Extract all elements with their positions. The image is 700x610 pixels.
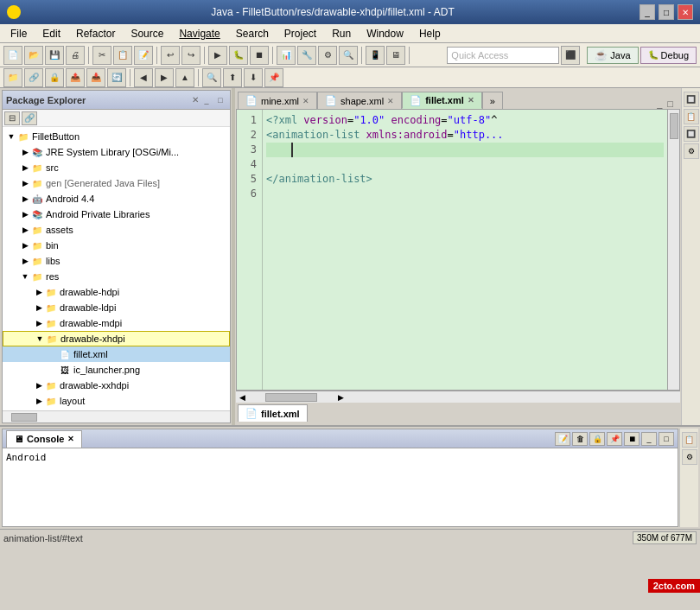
tab-mine-xml[interactable]: 📄 mine.xml ✕ <box>238 92 317 109</box>
toggle-jre[interactable]: ▶ <box>20 147 30 157</box>
tb2-b4[interactable]: 📤 <box>66 68 85 87</box>
editor-hscrollbar[interactable]: ◀ ▶ <box>236 391 680 403</box>
tb-print[interactable]: 🖨 <box>66 46 85 65</box>
rs-bottom-btn-2[interactable]: ⚙ <box>682 449 697 465</box>
pe-collapse-btn[interactable]: ⊟ <box>4 111 20 125</box>
tb-b3[interactable]: ⚙ <box>318 46 337 65</box>
tree-item-assets[interactable]: ▶ 📁 assets <box>3 222 230 238</box>
close-button[interactable]: ✕ <box>678 4 693 20</box>
console-stop-btn[interactable]: ⏹ <box>624 432 640 446</box>
tb2-b2[interactable]: 🔗 <box>24 68 43 87</box>
console-pin-btn[interactable]: 📌 <box>607 432 622 446</box>
rs-btn-2[interactable]: 📋 <box>684 109 699 124</box>
tree-item-libs[interactable]: ▶ 📁 libs <box>3 253 230 269</box>
tb2-b8[interactable]: ⬆ <box>223 68 242 87</box>
tb2-back[interactable]: ◀ <box>134 68 153 87</box>
tb-stop[interactable]: ⏹ <box>250 46 269 65</box>
tree-item-drawable-xhdpi[interactable]: ▼ 📁 drawable-xhdpi <box>3 331 230 346</box>
menu-project[interactable]: Project <box>277 24 323 42</box>
toggle-libs[interactable]: ▶ <box>20 256 30 266</box>
editor-hscroll-thumb[interactable] <box>265 393 317 402</box>
tb-cut[interactable]: ✂ <box>92 46 111 65</box>
pe-hscrollbar[interactable] <box>3 410 230 423</box>
toggle-assets[interactable]: ▶ <box>20 225 30 235</box>
console-maximize[interactable]: □ <box>659 432 674 446</box>
console-minimize[interactable]: _ <box>641 432 657 446</box>
tree-item-filletbutton[interactable]: ▼ 📁 FilletButton <box>3 129 230 144</box>
tb-run[interactable]: ▶ <box>208 46 227 65</box>
toggle-gen[interactable]: ▶ <box>20 178 30 188</box>
menu-source[interactable]: Source <box>124 24 170 42</box>
tree-item-drawable-xxhdpi[interactable]: ▶ 📁 drawable-xxhdpi <box>3 378 230 393</box>
maximize-button[interactable]: □ <box>659 4 674 20</box>
menu-search[interactable]: Search <box>229 24 276 42</box>
toggle-drawable-hdpi[interactable]: ▶ <box>34 287 44 297</box>
splitter-vertical[interactable] <box>232 88 235 425</box>
rs-btn-3[interactable]: 🔲 <box>684 126 699 142</box>
tree-item-gen[interactable]: ▶ 📁 gen [Generated Java Files] <box>3 175 230 191</box>
rs-bottom-btn-1[interactable]: 📋 <box>682 432 697 448</box>
debug-perspective-button[interactable]: 🐛 Debug <box>640 47 697 64</box>
tree-item-drawable-mdpi[interactable]: ▶ 📁 drawable-mdpi <box>3 315 230 331</box>
editor-vscrollbar[interactable] <box>667 110 679 390</box>
tb-b1[interactable]: 📊 <box>277 46 296 65</box>
tab-close-mine[interactable]: ✕ <box>302 97 309 105</box>
tb-copy[interactable]: 📋 <box>113 46 132 65</box>
toggle-android44[interactable]: ▶ <box>20 194 30 204</box>
tb-undo[interactable]: ↩ <box>161 46 180 65</box>
tb2-b10[interactable]: 📌 <box>264 68 283 87</box>
tab-close-fillet[interactable]: ✕ <box>468 96 474 105</box>
tree-item-android44[interactable]: ▶ 🤖 Android 4.4 <box>3 191 230 207</box>
panel-maximize[interactable]: □ <box>214 94 226 106</box>
tree-item-src[interactable]: ▶ 📁 src <box>3 160 230 175</box>
tb2-b9[interactable]: ⬇ <box>244 68 263 87</box>
tb-perspective-toggle[interactable]: ⬛ <box>561 46 580 65</box>
bottom-tab-fillet-xml[interactable]: 📄 fillet.xml <box>238 404 308 422</box>
hscroll-left[interactable]: ◀ <box>236 393 248 402</box>
pe-link-btn[interactable]: 🔗 <box>22 111 37 125</box>
tree-item-drawable-ldpi[interactable]: ▶ 📁 drawable-ldpi <box>3 300 230 315</box>
menu-file[interactable]: File <box>3 24 34 42</box>
toggle-bin[interactable]: ▶ <box>20 240 30 251</box>
tree-item-drawable-hdpi[interactable]: ▶ 📁 drawable-hdpi <box>3 284 230 300</box>
toggle-drawable-ldpi[interactable]: ▶ <box>34 302 44 313</box>
tree-item-bin[interactable]: ▶ 📁 bin <box>3 238 230 253</box>
tab-close-shape[interactable]: ✕ <box>387 97 394 105</box>
pe-hscroll-thumb[interactable] <box>11 413 37 422</box>
tb2-fwd[interactable]: ▶ <box>155 68 174 87</box>
tb-b6[interactable]: 🖥 <box>386 46 405 65</box>
tb2-b5[interactable]: 📥 <box>86 68 105 87</box>
toggle-filletbutton[interactable]: ▼ <box>6 131 16 142</box>
menu-window[interactable]: Window <box>360 24 410 42</box>
menu-navigate[interactable]: Navigate <box>172 24 226 42</box>
toggle-android-private[interactable]: ▶ <box>20 209 30 219</box>
tb-save[interactable]: 💾 <box>45 46 64 65</box>
tb2-b3[interactable]: 🔒 <box>45 68 64 87</box>
tab-fillet-xml[interactable]: 📄 fillet.xml ✕ <box>402 92 482 109</box>
tab-overflow[interactable]: » <box>482 92 503 109</box>
editor-minimize[interactable]: _ <box>655 98 664 109</box>
tb2-b6[interactable]: 🔄 <box>107 68 126 87</box>
toggle-drawable-xxhdpi[interactable]: ▶ <box>34 380 44 391</box>
tb-b4[interactable]: 🔍 <box>339 46 358 65</box>
toggle-src[interactable]: ▶ <box>20 162 30 173</box>
tb-new[interactable]: 📄 <box>3 46 22 65</box>
java-perspective-button[interactable]: ☕ Java <box>587 47 638 64</box>
tb2-b1[interactable]: 📁 <box>3 68 22 87</box>
tab-shape-xml[interactable]: 📄 shape.xml ✕ <box>317 92 402 109</box>
tree-item-android-private[interactable]: ▶ 📚 Android Private Libraries <box>3 207 230 222</box>
console-clear-btn[interactable]: 🗑 <box>572 432 588 446</box>
quick-access-input[interactable]: Quick Access <box>447 47 559 64</box>
menu-refactor[interactable]: Refactor <box>69 24 122 42</box>
console-new-btn[interactable]: 📝 <box>555 432 570 446</box>
panel-minimize[interactable]: _ <box>200 94 213 106</box>
menu-run[interactable]: Run <box>325 24 358 42</box>
status-memory[interactable]: 350M of 677M <box>633 531 697 544</box>
tb-redo[interactable]: ↪ <box>181 46 200 65</box>
tb-paste[interactable]: 📝 <box>134 46 153 65</box>
tb-b2[interactable]: 🔧 <box>297 46 316 65</box>
minimize-button[interactable]: _ <box>640 4 655 20</box>
tb-debug[interactable]: 🐛 <box>229 46 248 65</box>
menu-help[interactable]: Help <box>412 24 448 42</box>
tree-item-res[interactable]: ▼ 📁 res <box>3 269 230 284</box>
